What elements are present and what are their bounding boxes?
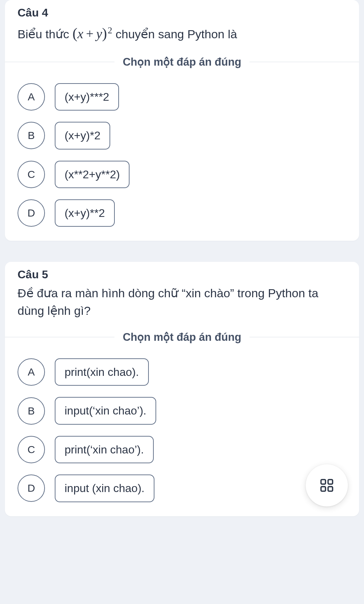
- question-title: Câu 5: [5, 262, 359, 285]
- question-title: Câu 4: [5, 0, 359, 23]
- choice-b[interactable]: B (x+y)*2: [18, 122, 346, 149]
- grid-menu-icon: [319, 478, 335, 493]
- choice-c[interactable]: C print(‘xin chao’).: [18, 436, 346, 463]
- svg-rect-2: [321, 486, 326, 491]
- choice-text[interactable]: (x+y)*2: [55, 122, 110, 149]
- instruction-divider: Chọn một đáp án đúng: [5, 55, 359, 68]
- text-prefix: Biểu thức: [18, 27, 72, 41]
- choice-b[interactable]: B input(‘xin chao’).: [18, 397, 346, 424]
- grid-menu-button[interactable]: [306, 464, 348, 506]
- choice-a[interactable]: A (x+y)***2: [18, 83, 346, 111]
- instruction-divider: Chọn một đáp án đúng: [5, 331, 359, 344]
- choice-a[interactable]: A print(xin chao).: [18, 358, 346, 386]
- choice-d[interactable]: D (x+y)**2: [18, 199, 346, 227]
- question-card-5: Câu 5 Đề đưa ra màn hình dòng chữ “xin c…: [5, 262, 359, 516]
- choice-text[interactable]: print(xin chao).: [55, 358, 149, 386]
- choice-letter[interactable]: B: [18, 122, 45, 149]
- question-card-4: Câu 4 Biểu thức (x + y)2 chuyển sang Pyt…: [5, 0, 359, 241]
- choice-letter[interactable]: B: [18, 397, 45, 425]
- choice-letter[interactable]: D: [18, 199, 45, 227]
- choice-text[interactable]: (x+y)**2: [55, 199, 115, 227]
- instruction-label: Chọn một đáp án đúng: [123, 55, 241, 68]
- choice-list: A (x+y)***2 B (x+y)*2 C (x**2+y**2) D (x…: [5, 83, 359, 227]
- choice-letter[interactable]: D: [18, 474, 45, 502]
- choice-text[interactable]: (x**2+y**2): [55, 161, 130, 188]
- question-text: Đề đưa ra màn hình dòng chữ “xin chào” t…: [5, 285, 359, 331]
- choice-d[interactable]: D input (xin chao).: [18, 474, 346, 502]
- choice-letter[interactable]: A: [18, 83, 45, 111]
- svg-rect-3: [328, 486, 333, 491]
- choice-text[interactable]: input(‘xin chao’).: [55, 397, 156, 424]
- choice-text[interactable]: input (xin chao).: [55, 474, 154, 502]
- text-suffix: chuyển sang Python là: [115, 27, 237, 41]
- choice-text[interactable]: (x+y)***2: [55, 83, 119, 111]
- math-expression: (x + y)2: [72, 26, 115, 41]
- choice-c[interactable]: C (x**2+y**2): [18, 161, 346, 188]
- choice-letter[interactable]: C: [18, 161, 45, 188]
- question-text: Biểu thức (x + y)2 chuyển sang Python là: [5, 23, 359, 55]
- choice-letter[interactable]: A: [18, 358, 45, 386]
- instruction-label: Chọn một đáp án đúng: [123, 331, 241, 344]
- svg-rect-1: [328, 479, 333, 484]
- choice-text[interactable]: print(‘xin chao’).: [55, 436, 154, 463]
- choice-letter[interactable]: C: [18, 436, 45, 463]
- svg-rect-0: [321, 479, 326, 484]
